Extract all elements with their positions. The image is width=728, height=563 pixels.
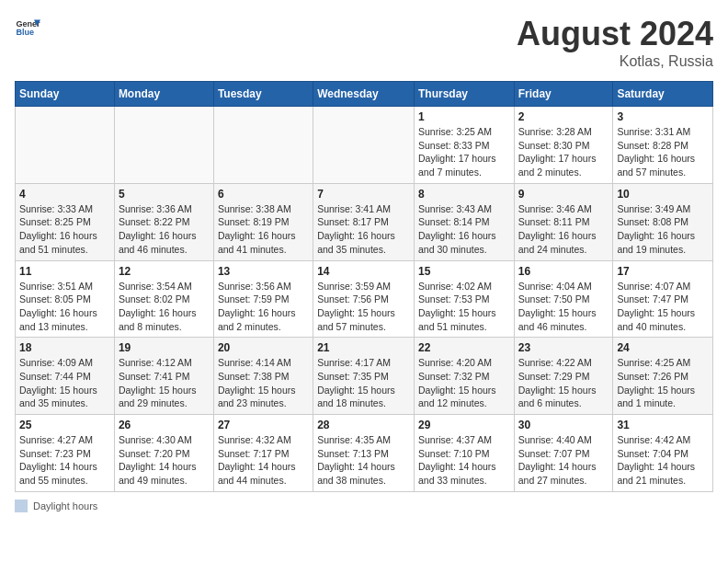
day-number: 6 <box>218 188 309 201</box>
day-number: 28 <box>317 419 410 431</box>
week-row-1: 1Sunrise: 3:25 AM Sunset: 8:33 PM Daylig… <box>16 107 713 184</box>
day-number: 25 <box>19 419 110 431</box>
calendar-cell: 14Sunrise: 3:59 AM Sunset: 7:56 PM Dayli… <box>313 260 415 338</box>
day-number: 27 <box>218 419 309 431</box>
sub-title: Kotlas, Russia <box>517 53 713 70</box>
day-number: 9 <box>518 188 609 201</box>
calendar-cell <box>16 107 115 184</box>
day-number: 7 <box>317 188 410 201</box>
week-row-4: 18Sunrise: 4:09 AM Sunset: 7:44 PM Dayli… <box>16 338 713 415</box>
day-info: Sunrise: 4:07 AM Sunset: 7:47 PM Dayligh… <box>617 280 709 334</box>
calendar-cell <box>114 107 213 184</box>
day-number: 2 <box>518 110 609 123</box>
day-info: Sunrise: 4:42 AM Sunset: 7:04 PM Dayligh… <box>617 433 709 488</box>
calendar-cell: 20Sunrise: 4:14 AM Sunset: 7:38 PM Dayli… <box>213 338 313 415</box>
day-info: Sunrise: 3:28 AM Sunset: 8:30 PM Dayligh… <box>518 125 609 179</box>
day-info: Sunrise: 4:14 AM Sunset: 7:38 PM Dayligh… <box>218 356 309 410</box>
day-number: 17 <box>617 265 709 278</box>
calendar-cell: 7Sunrise: 3:41 AM Sunset: 8:17 PM Daylig… <box>313 183 415 260</box>
day-info: Sunrise: 4:04 AM Sunset: 7:50 PM Dayligh… <box>518 280 609 334</box>
day-info: Sunrise: 4:25 AM Sunset: 7:26 PM Dayligh… <box>617 356 709 410</box>
day-number: 1 <box>418 110 510 123</box>
day-number: 10 <box>617 188 709 201</box>
calendar-cell: 10Sunrise: 3:49 AM Sunset: 8:08 PM Dayli… <box>613 183 713 260</box>
day-info: Sunrise: 4:09 AM Sunset: 7:44 PM Dayligh… <box>19 356 110 410</box>
calendar-cell: 25Sunrise: 4:27 AM Sunset: 7:23 PM Dayli… <box>16 415 115 492</box>
day-info: Sunrise: 4:27 AM Sunset: 7:23 PM Dayligh… <box>19 433 110 488</box>
day-info: Sunrise: 4:37 AM Sunset: 7:10 PM Dayligh… <box>418 433 510 488</box>
calendar-cell <box>313 107 415 184</box>
calendar-cell: 21Sunrise: 4:17 AM Sunset: 7:35 PM Dayli… <box>313 338 415 415</box>
header-day-sunday: Sunday <box>16 82 115 107</box>
day-info: Sunrise: 4:12 AM Sunset: 7:41 PM Dayligh… <box>119 356 210 410</box>
day-number: 18 <box>19 341 110 354</box>
calendar-cell: 16Sunrise: 4:04 AM Sunset: 7:50 PM Dayli… <box>514 260 613 338</box>
calendar-cell: 19Sunrise: 4:12 AM Sunset: 7:41 PM Dayli… <box>114 338 213 415</box>
page-header: General Blue August 2024 Kotlas, Russia <box>15 15 713 70</box>
day-number: 15 <box>418 265 510 278</box>
svg-text:Blue: Blue <box>16 28 34 37</box>
calendar-cell: 4Sunrise: 3:33 AM Sunset: 8:25 PM Daylig… <box>16 183 115 260</box>
calendar-cell: 24Sunrise: 4:25 AM Sunset: 7:26 PM Dayli… <box>613 338 713 415</box>
calendar-header: SundayMondayTuesdayWednesdayThursdayFrid… <box>16 82 713 107</box>
day-info: Sunrise: 3:36 AM Sunset: 8:22 PM Dayligh… <box>119 202 210 257</box>
calendar-cell: 12Sunrise: 3:54 AM Sunset: 8:02 PM Dayli… <box>114 260 213 338</box>
day-info: Sunrise: 4:35 AM Sunset: 7:13 PM Dayligh… <box>317 433 410 488</box>
legend: Daylight hours <box>15 500 713 512</box>
day-number: 13 <box>218 265 309 278</box>
logo-icon: General Blue <box>15 15 40 40</box>
day-number: 20 <box>218 341 309 354</box>
calendar-cell: 8Sunrise: 3:43 AM Sunset: 8:14 PM Daylig… <box>414 183 514 260</box>
header-day-tuesday: Tuesday <box>213 82 313 107</box>
day-info: Sunrise: 4:40 AM Sunset: 7:07 PM Dayligh… <box>518 433 609 488</box>
header-day-monday: Monday <box>114 82 213 107</box>
calendar-cell: 5Sunrise: 3:36 AM Sunset: 8:22 PM Daylig… <box>114 183 213 260</box>
day-number: 19 <box>119 341 210 354</box>
calendar-cell: 22Sunrise: 4:20 AM Sunset: 7:32 PM Dayli… <box>414 338 514 415</box>
calendar-cell: 1Sunrise: 3:25 AM Sunset: 8:33 PM Daylig… <box>414 107 514 184</box>
header-day-saturday: Saturday <box>613 82 713 107</box>
main-title: August 2024 <box>517 15 713 53</box>
day-info: Sunrise: 4:22 AM Sunset: 7:29 PM Dayligh… <box>518 356 609 410</box>
calendar-cell: 27Sunrise: 4:32 AM Sunset: 7:17 PM Dayli… <box>213 415 313 492</box>
day-number: 4 <box>19 188 110 201</box>
header-day-wednesday: Wednesday <box>313 82 415 107</box>
day-number: 14 <box>317 265 410 278</box>
week-row-3: 11Sunrise: 3:51 AM Sunset: 8:05 PM Dayli… <box>16 260 713 338</box>
calendar-cell: 3Sunrise: 3:31 AM Sunset: 8:28 PM Daylig… <box>613 107 713 184</box>
day-info: Sunrise: 4:30 AM Sunset: 7:20 PM Dayligh… <box>119 433 210 488</box>
day-number: 24 <box>617 341 709 354</box>
day-number: 11 <box>19 265 110 278</box>
week-row-5: 25Sunrise: 4:27 AM Sunset: 7:23 PM Dayli… <box>16 415 713 492</box>
day-number: 16 <box>518 265 609 278</box>
day-info: Sunrise: 3:51 AM Sunset: 8:05 PM Dayligh… <box>19 280 110 334</box>
header-day-friday: Friday <box>514 82 613 107</box>
day-number: 3 <box>617 110 709 123</box>
day-number: 21 <box>317 341 410 354</box>
day-number: 29 <box>418 419 510 431</box>
legend-label: Daylight hours <box>33 500 97 511</box>
day-info: Sunrise: 3:33 AM Sunset: 8:25 PM Dayligh… <box>19 202 110 257</box>
day-number: 8 <box>418 188 510 201</box>
day-info: Sunrise: 3:46 AM Sunset: 8:11 PM Dayligh… <box>518 202 609 257</box>
header-day-thursday: Thursday <box>414 82 514 107</box>
day-info: Sunrise: 3:56 AM Sunset: 7:59 PM Dayligh… <box>218 280 309 334</box>
day-number: 30 <box>518 419 609 431</box>
calendar-cell: 18Sunrise: 4:09 AM Sunset: 7:44 PM Dayli… <box>16 338 115 415</box>
calendar-cell: 31Sunrise: 4:42 AM Sunset: 7:04 PM Dayli… <box>613 415 713 492</box>
legend-box <box>15 500 28 512</box>
day-number: 31 <box>617 419 709 431</box>
calendar-cell: 15Sunrise: 4:02 AM Sunset: 7:53 PM Dayli… <box>414 260 514 338</box>
day-info: Sunrise: 3:38 AM Sunset: 8:19 PM Dayligh… <box>218 202 309 257</box>
logo: General Blue <box>15 15 40 40</box>
day-info: Sunrise: 3:25 AM Sunset: 8:33 PM Dayligh… <box>418 125 510 179</box>
calendar-cell: 6Sunrise: 3:38 AM Sunset: 8:19 PM Daylig… <box>213 183 313 260</box>
day-number: 5 <box>119 188 210 201</box>
calendar-cell: 23Sunrise: 4:22 AM Sunset: 7:29 PM Dayli… <box>514 338 613 415</box>
calendar-cell: 2Sunrise: 3:28 AM Sunset: 8:30 PM Daylig… <box>514 107 613 184</box>
day-info: Sunrise: 3:54 AM Sunset: 8:02 PM Dayligh… <box>119 280 210 334</box>
day-info: Sunrise: 4:17 AM Sunset: 7:35 PM Dayligh… <box>317 356 410 410</box>
day-number: 22 <box>418 341 510 354</box>
day-info: Sunrise: 3:59 AM Sunset: 7:56 PM Dayligh… <box>317 280 410 334</box>
calendar-cell <box>213 107 313 184</box>
